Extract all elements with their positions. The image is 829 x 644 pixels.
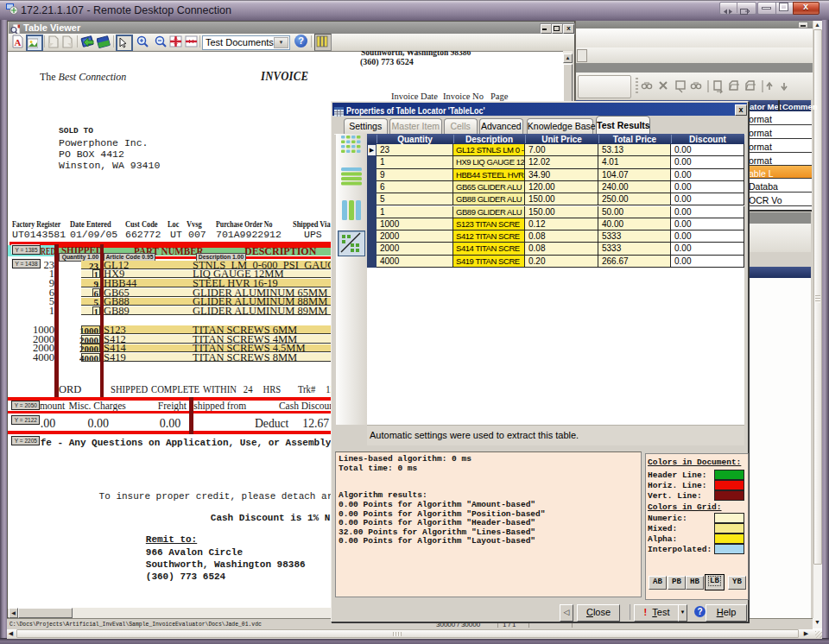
- svg-text:A: A: [15, 37, 22, 47]
